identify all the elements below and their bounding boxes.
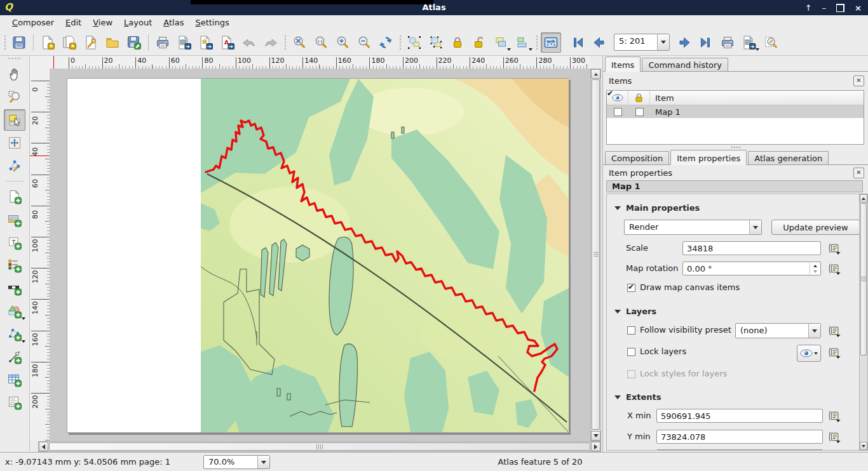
atlas-preview-toggle[interactable] [541,32,561,53]
duplicate-composition-button[interactable] [59,32,79,53]
add-nodes-item-button[interactable] [4,323,25,345]
align-selected-items-button[interactable] [512,32,532,53]
lock-layers-checkbox[interactable] [627,348,635,356]
tab-item-properties[interactable]: Item properties [670,150,747,165]
tab-command-history[interactable]: Command history [642,58,728,71]
print-atlas-button[interactable] [717,32,738,53]
menu-edit[interactable]: Edit [60,17,87,29]
zoom-in-button[interactable] [332,32,353,53]
toolbar-handle[interactable] [534,35,539,50]
vertical-scroll-thumb[interactable] [592,79,600,430]
update-preview-button[interactable]: Update preview [771,220,859,235]
preset-data-defined-button[interactable] [826,325,841,337]
x-min-input[interactable]: 590691.945 [656,409,823,423]
select-move-item-button[interactable] [4,109,25,131]
close-item-properties-button[interactable]: ✕ [853,168,864,178]
move-item-content-button[interactable] [4,132,25,154]
zoom-tool-button[interactable] [4,86,25,108]
shade-window-button[interactable]: ↑ [805,3,812,13]
add-new-scalebar-button[interactable] [4,277,25,299]
load-from-template-button[interactable] [102,32,123,53]
horizontal-scroll-thumb[interactable] [49,442,590,451]
close-items-panel-button[interactable]: ✕ [853,76,864,86]
add-new-legend-button[interactable] [4,255,25,276]
composer-canvas[interactable] [50,69,590,441]
section-main-properties[interactable]: Main properties [614,203,700,213]
items-table[interactable]: Item Map 1 [606,90,864,145]
edit-nodes-item-button[interactable] [4,155,25,176]
scroll-down-button[interactable] [591,431,600,441]
add-image-button[interactable] [4,209,25,230]
composition-manager-button[interactable] [81,32,101,53]
render-mode-combo[interactable]: Render [624,220,762,235]
item-locked-checkbox[interactable] [635,108,644,116]
map-rotation-spinbox[interactable]: 0.00 ° [682,262,821,275]
atlas-previous-feature-button[interactable] [589,32,609,53]
undo-button[interactable] [239,32,259,53]
zoom-level-combo[interactable]: 70.0% [203,455,270,469]
scroll-left-button[interactable] [39,442,48,451]
x-max-input-partial[interactable] [656,449,823,451]
canvas-vertical-scrollbar[interactable] [590,69,601,441]
draw-map-canvas-items-checkbox[interactable] [627,284,635,292]
combo-dropdown-button[interactable] [257,456,269,468]
tab-composition[interactable]: Composition [605,151,669,164]
toolbar-handle[interactable] [398,35,402,50]
menu-settings[interactable]: Settings [189,17,234,29]
scroll-right-button[interactable] [591,442,600,451]
combo-dropdown-button[interactable] [657,34,669,50]
lock-selected-items-button[interactable] [447,32,468,53]
y-min-input[interactable]: 73824.078 [656,430,823,444]
y-min-data-defined-button[interactable] [826,431,841,443]
map-item[interactable] [201,79,569,432]
x-min-data-defined-button[interactable] [826,410,841,422]
menu-composer[interactable]: Composer [6,17,60,29]
add-html-frame-button[interactable]: </> [4,392,25,413]
ungroup-items-button[interactable] [426,32,446,53]
scroll-up-button[interactable] [860,194,867,202]
atlas-last-feature-button[interactable] [696,32,716,53]
combo-dropdown-button[interactable] [808,324,820,338]
scroll-up-button[interactable] [591,69,600,79]
add-basic-shape-button[interactable] [4,300,25,322]
restore-window-button[interactable] [836,4,844,12]
atlas-next-feature-button[interactable] [674,32,695,53]
canvas-horizontal-scrollbar[interactable] [38,441,601,452]
new-composition-button[interactable] [37,32,58,53]
menu-view[interactable]: View [87,17,118,29]
scroll-down-button[interactable] [860,442,867,450]
section-layers[interactable]: Layers [614,307,656,316]
visibility-preset-combo[interactable]: (none) [735,323,821,338]
atlas-feature-combo[interactable]: 5: 201 [614,34,670,51]
zoom-out-button[interactable] [354,32,374,53]
section-extents[interactable]: Extents [614,392,661,402]
export-as-image-button[interactable] [174,32,194,53]
print-button[interactable] [153,32,173,53]
add-new-label-button[interactable]: T [4,232,25,253]
menu-layout[interactable]: Layout [118,17,158,29]
atlas-first-feature-button[interactable] [567,32,588,53]
close-window-button[interactable]: × [855,3,862,13]
rotation-data-defined-button[interactable] [826,263,841,275]
export-as-pdf-button[interactable]: A [217,32,238,53]
properties-scrollbar[interactable] [859,194,868,451]
toolbar-handle[interactable] [3,35,7,50]
refresh-view-button[interactable] [376,32,396,53]
add-new-map-button[interactable] [4,186,25,208]
atlas-settings-button[interactable] [761,32,781,53]
properties-scroll-thumb[interactable] [860,203,867,355]
raise-selected-items-button[interactable] [491,32,511,53]
item-visible-checkbox[interactable] [614,108,622,116]
save-button[interactable] [9,32,29,53]
unlock-all-items-button[interactable] [469,32,489,53]
minimize-window-button[interactable]: – [822,3,827,13]
follow-visibility-preset-checkbox[interactable] [627,326,635,335]
lock-layers-data-defined-button[interactable] [826,347,841,359]
save-as-template-button[interactable] [124,32,144,53]
tab-atlas-generation[interactable]: Atlas generation [748,151,829,164]
item-row-map1[interactable]: Map 1 [607,105,864,118]
composition-page[interactable] [67,78,569,433]
visible-layers-button[interactable] [797,345,821,362]
zoom-full-button[interactable] [289,32,309,53]
export-as-svg-button[interactable] [196,32,216,53]
